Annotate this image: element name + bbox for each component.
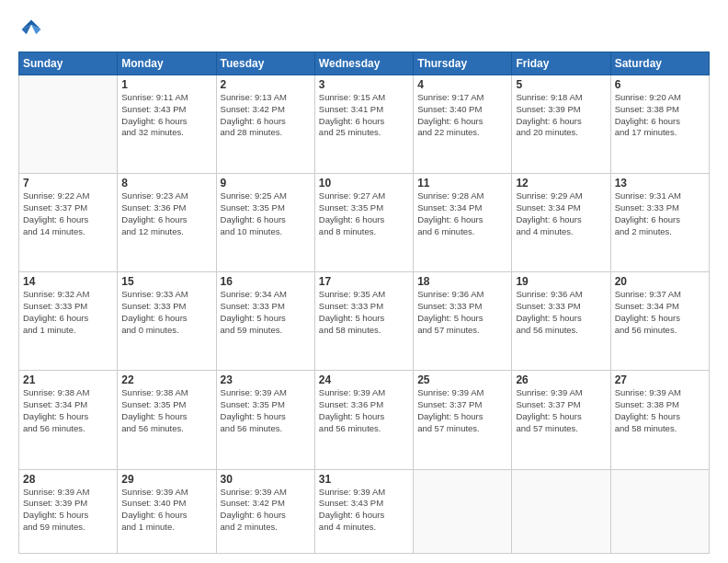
calendar-day-5: 5Sunrise: 9:18 AM Sunset: 3:39 PM Daylig… [512,75,610,174]
day-info: Sunrise: 9:22 AM Sunset: 3:37 PM Dayligh… [23,190,113,237]
day-number: 24 [319,373,409,386]
day-number: 5 [516,78,606,91]
day-info: Sunrise: 9:27 AM Sunset: 3:35 PM Dayligh… [319,190,409,237]
day-number: 21 [23,373,113,386]
day-number: 7 [23,177,113,190]
day-number: 14 [23,275,113,288]
day-info: Sunrise: 9:20 AM Sunset: 3:38 PM Dayligh… [615,92,705,139]
day-info: Sunrise: 9:39 AM Sunset: 3:40 PM Dayligh… [121,487,211,534]
day-number: 13 [615,177,705,190]
calendar-week-row: 14Sunrise: 9:32 AM Sunset: 3:33 PM Dayli… [19,272,710,371]
day-number: 18 [417,275,507,288]
calendar-day-15: 15Sunrise: 9:33 AM Sunset: 3:33 PM Dayli… [118,272,216,371]
day-number: 27 [615,373,705,386]
day-info: Sunrise: 9:39 AM Sunset: 3:35 PM Dayligh… [221,387,311,434]
calendar-day-31: 31Sunrise: 9:39 AM Sunset: 3:43 PM Dayli… [314,469,413,553]
col-header-wednesday: Wednesday [314,52,413,75]
day-number: 31 [319,473,409,486]
calendar-day-20: 20Sunrise: 9:37 AM Sunset: 3:34 PM Dayli… [610,272,709,371]
day-info: Sunrise: 9:25 AM Sunset: 3:35 PM Dayligh… [221,190,311,237]
day-info: Sunrise: 9:35 AM Sunset: 3:33 PM Dayligh… [319,289,409,336]
calendar-day-6: 6Sunrise: 9:20 AM Sunset: 3:38 PM Daylig… [610,75,709,174]
calendar-week-row: 21Sunrise: 9:38 AM Sunset: 3:34 PM Dayli… [19,371,710,469]
calendar-day-11: 11Sunrise: 9:28 AM Sunset: 3:34 PM Dayli… [414,174,512,272]
day-number: 15 [121,275,211,288]
calendar-day-22: 22Sunrise: 9:38 AM Sunset: 3:35 PM Dayli… [118,371,216,469]
day-number: 6 [615,78,705,91]
day-info: Sunrise: 9:13 AM Sunset: 3:42 PM Dayligh… [221,92,311,139]
col-header-monday: Monday [118,52,216,75]
day-number: 19 [516,275,606,288]
day-info: Sunrise: 9:38 AM Sunset: 3:35 PM Dayligh… [121,387,211,434]
calendar-day-4: 4Sunrise: 9:17 AM Sunset: 3:40 PM Daylig… [414,75,512,174]
calendar-day-13: 13Sunrise: 9:31 AM Sunset: 3:33 PM Dayli… [610,174,709,272]
logo-icon [18,17,44,42]
day-number: 8 [121,177,211,190]
calendar-day-28: 28Sunrise: 9:39 AM Sunset: 3:39 PM Dayli… [19,469,118,553]
day-number: 28 [23,473,113,486]
day-info: Sunrise: 9:39 AM Sunset: 3:36 PM Dayligh… [319,387,409,434]
day-info: Sunrise: 9:32 AM Sunset: 3:33 PM Dayligh… [23,289,113,336]
calendar-empty-cell [414,469,512,553]
header [18,17,710,42]
day-number: 16 [221,275,311,288]
day-number: 2 [221,78,311,91]
day-info: Sunrise: 9:23 AM Sunset: 3:36 PM Dayligh… [121,190,211,237]
col-header-friday: Friday [512,52,610,75]
col-header-saturday: Saturday [610,52,709,75]
calendar-week-row: 1Sunrise: 9:11 AM Sunset: 3:43 PM Daylig… [19,75,710,174]
day-info: Sunrise: 9:18 AM Sunset: 3:39 PM Dayligh… [516,92,606,139]
calendar-empty-cell [512,469,610,553]
calendar-day-25: 25Sunrise: 9:39 AM Sunset: 3:37 PM Dayli… [414,371,512,469]
calendar-table: SundayMondayTuesdayWednesdayThursdayFrid… [18,52,710,554]
day-number: 25 [417,373,507,386]
calendar-day-1: 1Sunrise: 9:11 AM Sunset: 3:43 PM Daylig… [118,75,216,174]
day-number: 29 [121,473,211,486]
day-info: Sunrise: 9:11 AM Sunset: 3:43 PM Dayligh… [121,92,211,139]
day-info: Sunrise: 9:39 AM Sunset: 3:42 PM Dayligh… [221,487,311,534]
day-info: Sunrise: 9:36 AM Sunset: 3:33 PM Dayligh… [516,289,606,336]
calendar-day-3: 3Sunrise: 9:15 AM Sunset: 3:41 PM Daylig… [314,75,413,174]
day-info: Sunrise: 9:39 AM Sunset: 3:39 PM Dayligh… [23,487,113,534]
day-number: 26 [516,373,606,386]
day-number: 17 [319,275,409,288]
day-info: Sunrise: 9:39 AM Sunset: 3:37 PM Dayligh… [417,387,507,434]
day-number: 11 [417,177,507,190]
calendar-day-7: 7Sunrise: 9:22 AM Sunset: 3:37 PM Daylig… [19,174,118,272]
day-number: 12 [516,177,606,190]
col-header-thursday: Thursday [414,52,512,75]
calendar-day-26: 26Sunrise: 9:39 AM Sunset: 3:37 PM Dayli… [512,371,610,469]
calendar-day-14: 14Sunrise: 9:32 AM Sunset: 3:33 PM Dayli… [19,272,118,371]
calendar-day-30: 30Sunrise: 9:39 AM Sunset: 3:42 PM Dayli… [216,469,314,553]
day-info: Sunrise: 9:17 AM Sunset: 3:40 PM Dayligh… [417,92,507,139]
day-info: Sunrise: 9:15 AM Sunset: 3:41 PM Dayligh… [319,92,409,139]
calendar-day-24: 24Sunrise: 9:39 AM Sunset: 3:36 PM Dayli… [314,371,413,469]
day-number: 20 [615,275,705,288]
calendar-day-19: 19Sunrise: 9:36 AM Sunset: 3:33 PM Dayli… [512,272,610,371]
calendar-week-row: 28Sunrise: 9:39 AM Sunset: 3:39 PM Dayli… [19,469,710,553]
logo [18,17,48,42]
day-number: 23 [221,373,311,386]
day-number: 22 [121,373,211,386]
day-number: 30 [221,473,311,486]
calendar-week-row: 7Sunrise: 9:22 AM Sunset: 3:37 PM Daylig… [19,174,710,272]
day-info: Sunrise: 9:31 AM Sunset: 3:33 PM Dayligh… [615,190,705,237]
col-header-tuesday: Tuesday [216,52,314,75]
calendar-day-9: 9Sunrise: 9:25 AM Sunset: 3:35 PM Daylig… [216,174,314,272]
calendar-day-17: 17Sunrise: 9:35 AM Sunset: 3:33 PM Dayli… [314,272,413,371]
day-info: Sunrise: 9:39 AM Sunset: 3:38 PM Dayligh… [615,387,705,434]
calendar-day-10: 10Sunrise: 9:27 AM Sunset: 3:35 PM Dayli… [314,174,413,272]
calendar-day-29: 29Sunrise: 9:39 AM Sunset: 3:40 PM Dayli… [118,469,216,553]
calendar-day-16: 16Sunrise: 9:34 AM Sunset: 3:33 PM Dayli… [216,272,314,371]
calendar-day-18: 18Sunrise: 9:36 AM Sunset: 3:33 PM Dayli… [414,272,512,371]
day-number: 10 [319,177,409,190]
day-number: 4 [417,78,507,91]
calendar-header-row: SundayMondayTuesdayWednesdayThursdayFrid… [19,52,710,75]
calendar-empty-cell [19,75,118,174]
calendar-day-27: 27Sunrise: 9:39 AM Sunset: 3:38 PM Dayli… [610,371,709,469]
day-info: Sunrise: 9:29 AM Sunset: 3:34 PM Dayligh… [516,190,606,237]
day-info: Sunrise: 9:28 AM Sunset: 3:34 PM Dayligh… [417,190,507,237]
calendar-day-8: 8Sunrise: 9:23 AM Sunset: 3:36 PM Daylig… [118,174,216,272]
day-info: Sunrise: 9:39 AM Sunset: 3:37 PM Dayligh… [516,387,606,434]
day-number: 9 [221,177,311,190]
